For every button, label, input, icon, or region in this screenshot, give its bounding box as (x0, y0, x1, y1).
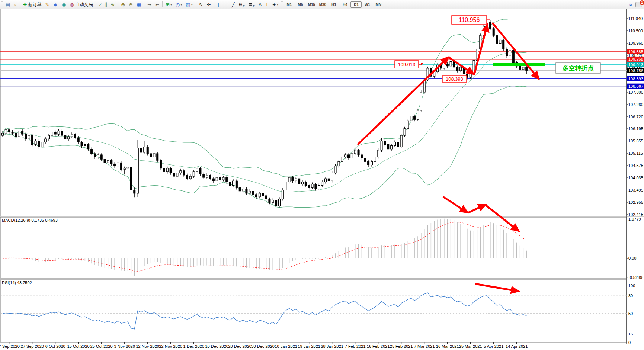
candle-body[interactable] (232, 181, 234, 185)
candle-body[interactable] (157, 154, 158, 160)
candle-body[interactable] (364, 158, 366, 161)
candle-body[interactable] (51, 132, 53, 135)
arrows-tool-icon[interactable]: ✦▾ (270, 1, 280, 8)
trendline-icon[interactable]: ╱ (230, 1, 236, 8)
candle-body[interactable] (130, 167, 132, 190)
candle-body[interactable] (295, 179, 297, 181)
timeframe-H4[interactable]: H4 (339, 1, 350, 8)
autotrading-button[interactable]: ◍自动交易 (68, 1, 94, 8)
candle-body[interactable] (91, 149, 93, 154)
candle-body[interactable] (147, 147, 148, 154)
candle-body[interactable] (189, 176, 191, 179)
candle-body[interactable] (38, 141, 40, 147)
candle-body[interactable] (265, 196, 267, 199)
candle-body[interactable] (347, 155, 349, 158)
equidistant-channel-icon[interactable]: ≋E (237, 1, 246, 8)
candle-body[interactable] (456, 67, 458, 71)
timeframe-M30[interactable]: M30 (317, 1, 328, 8)
candle-body[interactable] (341, 157, 343, 161)
candle-body[interactable] (305, 182, 307, 185)
candle-body[interactable] (15, 133, 17, 137)
candle-body[interactable] (41, 142, 43, 147)
candle-body[interactable] (104, 159, 106, 163)
candle-body[interactable] (242, 189, 244, 191)
arrows-tool-dropdown-icon[interactable]: ▾ (277, 3, 278, 6)
bar-chart-icon[interactable]: 𝄍 (98, 1, 103, 8)
candle-body[interactable] (134, 190, 135, 193)
candle-body[interactable] (381, 141, 382, 150)
candle-body[interactable] (328, 179, 330, 181)
candle-body[interactable] (417, 110, 419, 119)
candle-body[interactable] (301, 182, 303, 184)
candle-body[interactable] (31, 135, 33, 144)
candle-body[interactable] (100, 155, 102, 159)
zoom-out-icon[interactable]: ⊖ (127, 1, 134, 8)
candle-body[interactable] (176, 173, 178, 176)
candle-body[interactable] (252, 191, 254, 195)
candle-body[interactable] (5, 130, 7, 133)
candle-body[interactable] (35, 141, 36, 144)
candle-body[interactable] (400, 135, 402, 147)
candle-body[interactable] (87, 144, 89, 149)
candle-body[interactable] (68, 137, 70, 139)
candle-body[interactable] (48, 135, 49, 139)
chat-icon[interactable]: 1 (635, 2, 642, 7)
candle-body[interactable] (308, 185, 310, 187)
candle-body[interactable] (503, 40, 504, 49)
candle-body[interactable] (249, 191, 251, 193)
candle-body[interactable] (358, 150, 359, 155)
candle-body[interactable] (321, 182, 323, 185)
candle-body[interactable] (94, 154, 96, 157)
candle-body[interactable] (371, 161, 372, 165)
candle-body[interactable] (282, 190, 283, 199)
candle-body[interactable] (407, 121, 409, 128)
periods-icon[interactable]: ◷▾ (174, 1, 183, 8)
candle-body[interactable] (285, 182, 287, 190)
candle-body[interactable] (140, 148, 142, 152)
candle-body[interactable] (186, 175, 188, 179)
candle-body[interactable] (173, 173, 175, 176)
candle-body[interactable] (443, 64, 445, 68)
macd-pane[interactable] (0, 217, 627, 278)
candle-body[interactable] (28, 135, 30, 139)
signals-icon[interactable]: ◉ (60, 1, 67, 8)
candle-body[interactable] (110, 160, 112, 164)
candle-body[interactable] (124, 168, 125, 170)
candle-body[interactable] (206, 175, 208, 177)
auto-scroll-icon[interactable]: ⇤ (154, 1, 161, 8)
candle-body[interactable] (160, 160, 162, 168)
crosshair-icon[interactable]: ✛ (205, 1, 212, 8)
candle-body[interactable] (368, 161, 369, 165)
candle-body[interactable] (345, 155, 346, 157)
candle-body[interactable] (84, 144, 86, 145)
candle-body[interactable] (361, 155, 363, 158)
candle-body[interactable] (387, 144, 389, 149)
fibonacci-icon[interactable]: ≣F (247, 1, 256, 8)
candle-body[interactable] (506, 49, 508, 56)
candle-body[interactable] (262, 193, 264, 196)
candle-body[interactable] (209, 175, 211, 179)
candle-body[interactable] (519, 66, 521, 70)
candle-body[interactable] (97, 155, 99, 157)
candle-body[interactable] (203, 174, 205, 177)
candle-body[interactable] (64, 135, 66, 139)
candle-body[interactable] (446, 64, 448, 66)
chart-preview-icon[interactable]: ⌕ (12, 1, 18, 8)
candle-body[interactable] (127, 167, 129, 168)
candle-body[interactable] (246, 189, 247, 193)
candle-body[interactable] (324, 179, 326, 182)
price-chart[interactable]: 111.040110.500109.960109.420108.880108.3… (0, 9, 644, 350)
candle-body[interactable] (216, 177, 218, 181)
candle-body[interactable] (334, 166, 336, 173)
candle-body[interactable] (292, 177, 294, 181)
supply-zone-bar[interactable] (493, 63, 545, 66)
candle-body[interactable] (354, 150, 356, 154)
candle-body[interactable] (117, 163, 119, 166)
candle-body[interactable] (351, 154, 353, 158)
candle-body[interactable] (331, 173, 333, 181)
candle-body[interactable] (12, 132, 13, 133)
timeframe-M1[interactable]: M1 (283, 1, 295, 8)
candle-body[interactable] (74, 134, 76, 138)
candle-body[interactable] (522, 67, 524, 70)
candle-body[interactable] (18, 131, 20, 137)
